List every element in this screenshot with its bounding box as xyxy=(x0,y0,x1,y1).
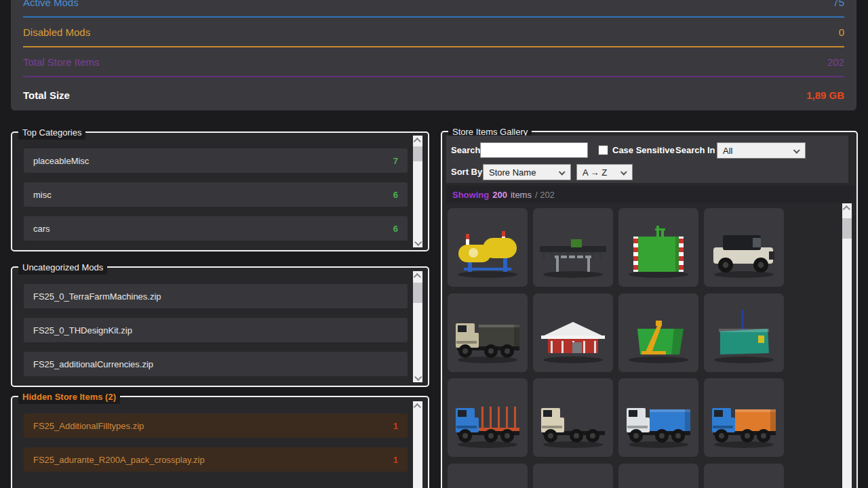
scroll-up-button[interactable] xyxy=(842,203,852,214)
list-item[interactable]: cars6 xyxy=(24,216,408,241)
scroll-thumb[interactable] xyxy=(413,146,422,161)
list-item[interactable]: FS25_AdditionalFilltypes.zip1 xyxy=(24,413,408,438)
item-count: 1 xyxy=(393,455,398,465)
chevron-down-icon xyxy=(559,168,566,175)
store-items-gallery-box: Store Items Gallery Search Case Sensitiv… xyxy=(441,131,858,488)
search-label: Search xyxy=(451,145,480,155)
list-item[interactable]: FS25_adurante_R200A_pack_crossplay.zip1 xyxy=(24,447,408,472)
chevron-down-icon xyxy=(620,168,627,175)
store-item-tile-green-skip-with-lift-frame[interactable] xyxy=(618,293,698,372)
total-size-label: Total Size xyxy=(23,89,70,101)
item-count: 7 xyxy=(393,156,398,166)
store-item-tile-military-flatbed-truck[interactable] xyxy=(448,293,528,372)
showing-total: / 202 xyxy=(535,190,555,200)
item-name: placeableMisc xyxy=(33,156,89,166)
chevron-up-icon xyxy=(414,138,421,145)
store-item-tile-blue-truck-orange-bed[interactable] xyxy=(704,378,784,457)
total-size-value: 1,89 GB xyxy=(806,89,844,101)
scroll-up-button[interactable] xyxy=(413,271,422,281)
item-count: 1 xyxy=(393,421,398,431)
sort-direction-value: A → Z xyxy=(583,167,607,178)
item-name: FS25_additionalCurrencies.zip xyxy=(33,359,153,369)
gallery-search-header: Search Case Sensitive Search In All Sort… xyxy=(446,136,848,183)
scroll-down-button[interactable] xyxy=(413,237,422,247)
item-name: FS25_0_TerraFarmMachines.zip xyxy=(33,291,161,302)
stat-value: 0 xyxy=(839,26,844,38)
item-name: misc xyxy=(33,190,52,200)
chevron-down-icon xyxy=(793,146,800,153)
stats-summary-panel: Active Mods 75 Disabled Mods 0 Total Sto… xyxy=(11,0,856,110)
list-item[interactable]: misc6 xyxy=(24,182,408,207)
case-sensitive-label: Case Sensitive xyxy=(612,145,675,155)
store-item-tile-green-striped-container[interactable] xyxy=(618,208,698,287)
top-categories-scrollbar[interactable] xyxy=(413,136,422,247)
store-item-tile-white-offroad-suv[interactable] xyxy=(704,208,784,287)
item-count: 6 xyxy=(393,190,398,200)
hidden-store-items-box: Hidden Store Items (2) FS25_AdditionalFi… xyxy=(11,396,429,488)
search-input[interactable] xyxy=(480,142,588,158)
stats-rows: Active Mods 75 Disabled Mods 0 Total Sto… xyxy=(23,0,844,77)
chevron-down-icon xyxy=(414,373,422,380)
stat-row: Disabled Mods 0 xyxy=(23,18,844,47)
item-count: 6 xyxy=(393,224,398,234)
scroll-thumb[interactable] xyxy=(842,218,852,239)
scroll-down-button[interactable] xyxy=(413,372,422,382)
list-item[interactable]: FS25_0_TerraFarmMachines.zip xyxy=(24,284,408,308)
stat-row: Active Mods 75 xyxy=(23,0,844,18)
top-categories-box: Top Categories placeableMisc7misc6cars6 xyxy=(11,131,429,251)
uncategorized-scrollbar[interactable] xyxy=(413,271,422,382)
stat-label: Total Store Items xyxy=(23,56,100,68)
scroll-up-button[interactable] xyxy=(413,401,422,411)
list-item[interactable]: FS25_0_THDesignKit.zip xyxy=(24,318,408,342)
showing-items-word: items xyxy=(511,190,532,200)
chevron-up-icon xyxy=(414,403,421,411)
sort-by-value: Store Name xyxy=(489,167,536,178)
top-categories-title: Top Categories xyxy=(18,126,85,140)
chevron-up-icon xyxy=(414,273,421,281)
store-item-tile-partial-tile xyxy=(448,464,528,488)
hidden-items-scrollbar[interactable] xyxy=(413,401,422,488)
store-item-tile-partial-tile xyxy=(618,464,698,488)
search-in-dropdown[interactable]: All xyxy=(717,142,806,159)
hidden-store-items-title: Hidden Store Items (2) xyxy=(18,390,120,404)
list-item[interactable]: FS25_additionalCurrencies.zip xyxy=(24,352,408,376)
store-item-tile-blue-dump-truck[interactable] xyxy=(618,378,698,457)
stat-row: Total Store Items 202 xyxy=(23,47,844,77)
search-in-value: All xyxy=(723,146,732,156)
sort-direction-dropdown[interactable]: A → Z xyxy=(576,164,633,180)
store-item-tile-teal-dumpster[interactable] xyxy=(704,293,784,372)
stat-label: Disabled Mods xyxy=(23,26,90,38)
stat-label: Active Mods xyxy=(23,0,79,8)
scroll-thumb[interactable] xyxy=(413,283,422,303)
store-item-tile-partial-tile xyxy=(704,464,784,488)
gallery-result-count: Showing 200 items / 202 xyxy=(446,186,854,203)
store-item-tile-beige-truck-chassis[interactable] xyxy=(533,378,613,457)
stat-value: 75 xyxy=(833,0,844,8)
uncategorized-mods-title: Uncategorized Mods xyxy=(18,261,107,274)
item-name: FS25_AdditionalFilltypes.zip xyxy=(33,421,144,431)
store-item-tile-red-roadside-restaurant[interactable] xyxy=(533,293,613,372)
case-sensitive-checkbox[interactable] xyxy=(598,145,608,155)
uncategorized-mods-box: Uncategorized Mods FS25_0_TerraFarmMachi… xyxy=(11,266,429,387)
store-items-grid xyxy=(442,203,838,488)
total-size-row: Total Size 1,89 GB xyxy=(23,77,844,113)
chevron-down-icon xyxy=(414,238,422,245)
store-item-tile-blue-timber-truck[interactable] xyxy=(448,378,528,457)
showing-count: 200 xyxy=(492,190,507,200)
store-item-tile-dark-seeder-implement[interactable] xyxy=(533,208,613,287)
sort-by-label: Sort By xyxy=(451,167,482,177)
item-name: FS25_adurante_R200A_pack_crossplay.zip xyxy=(33,455,205,465)
item-name: FS25_0_THDesignKit.zip xyxy=(33,325,132,336)
showing-label: Showing xyxy=(452,190,489,200)
stat-value: 202 xyxy=(827,56,844,68)
scroll-up-button[interactable] xyxy=(413,136,422,146)
list-item[interactable]: placeableMisc7 xyxy=(24,148,408,173)
gallery-scrollbar[interactable] xyxy=(842,203,852,488)
search-in-label: Search In xyxy=(675,145,715,155)
item-name: cars xyxy=(33,224,50,234)
chevron-up-icon xyxy=(843,205,850,213)
store-item-tile-partial-tile xyxy=(533,464,613,488)
store-item-tile-yellow-sprayer[interactable] xyxy=(448,208,528,287)
sort-by-dropdown[interactable]: Store Name xyxy=(483,164,571,180)
